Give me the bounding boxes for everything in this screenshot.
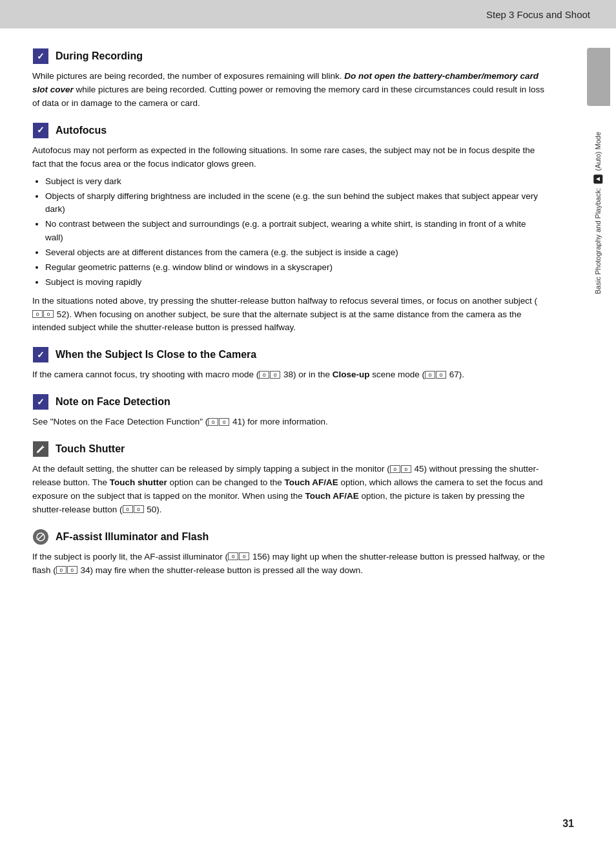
close-up-bold: Close-up — [333, 370, 370, 379]
section-body-touch-shutter: At the default setting, the shutter can … — [32, 463, 545, 517]
header-bar: Step 3 Focus and Shoot — [0, 0, 616, 28]
touch-af-ae-bold-2: Touch AF/AE — [305, 491, 359, 501]
sidebar-text-container: Basic Photography and Playback: ▶ (Auto)… — [584, 132, 613, 294]
circle-icon-box — [33, 529, 48, 545]
header-title: Step 3 Focus and Shoot — [486, 9, 590, 20]
circle-icon-af-assist — [32, 529, 49, 545]
icon-check-face-detection — [33, 394, 48, 410]
face-detection-body: See "Notes on the Face Detection Functio… — [32, 415, 545, 429]
section-title-autofocus: Autofocus — [56, 125, 107, 136]
section-header-touch-shutter: Touch Shutter — [32, 441, 545, 457]
sidebar-tab — [587, 48, 610, 106]
ref-38: 00 — [259, 371, 281, 379]
touch-shutter-bold: Touch shutter — [110, 477, 167, 487]
section-header-subject-close: When the Subject Is Close to the Camera — [32, 346, 545, 363]
subject-close-body: If the camera cannot focus, try shooting… — [32, 368, 545, 382]
section-subject-close: When the Subject Is Close to the Camera … — [32, 346, 545, 382]
section-body-autofocus: Autofocus may not perform as expected in… — [32, 144, 545, 335]
autofocus-footer: In the situations noted above, try press… — [32, 295, 545, 335]
bullet-item: Several objects are at different distanc… — [45, 246, 545, 259]
section-body-face-detection: See "Notes on the Face Detection Functio… — [32, 415, 545, 429]
section-title-af-assist: AF-assist Illuminator and Flash — [56, 531, 209, 543]
check-icon-face-detection — [32, 393, 49, 410]
ref-50: 00 — [123, 505, 145, 513]
section-touch-shutter: Touch Shutter At the default setting, th… — [32, 441, 545, 517]
page: Step 3 Focus and Shoot Basic Photography… — [0, 0, 616, 849]
auto-mode-icon: ▶ — [593, 175, 602, 184]
section-header-autofocus: Autofocus — [32, 122, 545, 139]
autofocus-intro: Autofocus may not perform as expected in… — [32, 144, 545, 171]
section-title-touch-shutter: Touch Shutter — [56, 443, 125, 455]
bullet-item: No contrast between the subject and surr… — [45, 218, 545, 244]
section-title-during-recording: During Recording — [56, 50, 143, 62]
bullet-item: Objects of sharply differing brightness … — [45, 190, 545, 216]
section-body-subject-close: If the camera cannot focus, try shooting… — [32, 368, 545, 382]
bullet-item: Subject is moving rapidly — [45, 276, 545, 289]
section-body-during-recording: While pictures are being recorded, the n… — [32, 70, 545, 110]
section-title-face-detection: Note on Face Detection — [56, 396, 170, 408]
ref-52: 00 — [32, 310, 54, 318]
af-assist-body: If the subject is poorly lit, the AF-ass… — [32, 550, 545, 578]
section-af-assist: AF-assist Illuminator and Flash If the s… — [32, 529, 545, 578]
section-header-af-assist: AF-assist Illuminator and Flash — [32, 529, 545, 545]
icon-check-autofocus — [33, 123, 48, 138]
ref-45: 00 — [390, 465, 412, 473]
page-number: 31 — [562, 818, 574, 830]
ref-34: 00 — [56, 566, 78, 574]
icon-check — [33, 48, 48, 64]
section-autofocus: Autofocus Autofocus may not perform as e… — [32, 122, 545, 335]
body-text-during-recording: While pictures are being recorded, the n… — [32, 71, 544, 108]
bullet-item: Regular geometric patterns (e.g. window … — [45, 261, 545, 274]
ref-41: 00 — [208, 418, 230, 426]
check-icon-during-recording — [32, 48, 49, 65]
section-during-recording: During Recording While pictures are bein… — [32, 48, 545, 110]
icon-check-subject-close — [33, 347, 48, 362]
ref-156: 00 — [228, 552, 250, 560]
sidebar-label: Basic Photography and Playback: ▶ (Auto)… — [593, 132, 602, 294]
pencil-icon-box — [33, 441, 48, 457]
touch-af-ae-bold: Touch AF/AE — [285, 477, 338, 487]
bold-text-battery: Do not open the battery-chamber/memory c… — [32, 71, 539, 94]
section-face-detection: Note on Face Detection See "Notes on the… — [32, 393, 545, 429]
autofocus-bullets: Subject is very dark Objects of sharply … — [45, 175, 545, 289]
pencil-svg — [36, 445, 45, 454]
check-icon-autofocus — [32, 122, 49, 139]
svg-line-1 — [38, 534, 43, 540]
section-header-face-detection: Note on Face Detection — [32, 393, 545, 410]
check-icon-subject-close — [32, 346, 49, 363]
pencil-icon-touch-shutter — [32, 441, 49, 457]
bullet-item: Subject is very dark — [45, 175, 545, 188]
section-title-subject-close: When the Subject Is Close to the Camera — [56, 349, 256, 361]
section-header-during-recording: During Recording — [32, 48, 545, 65]
touch-shutter-body: At the default setting, the shutter can … — [32, 463, 545, 517]
prohibit-svg — [36, 532, 45, 541]
content-area: During Recording While pictures are bein… — [0, 28, 577, 615]
section-body-af-assist: If the subject is poorly lit, the AF-ass… — [32, 550, 545, 578]
sidebar: Basic Photography and Playback: ▶ (Auto)… — [580, 28, 616, 849]
ref-67: 00 — [425, 371, 447, 379]
